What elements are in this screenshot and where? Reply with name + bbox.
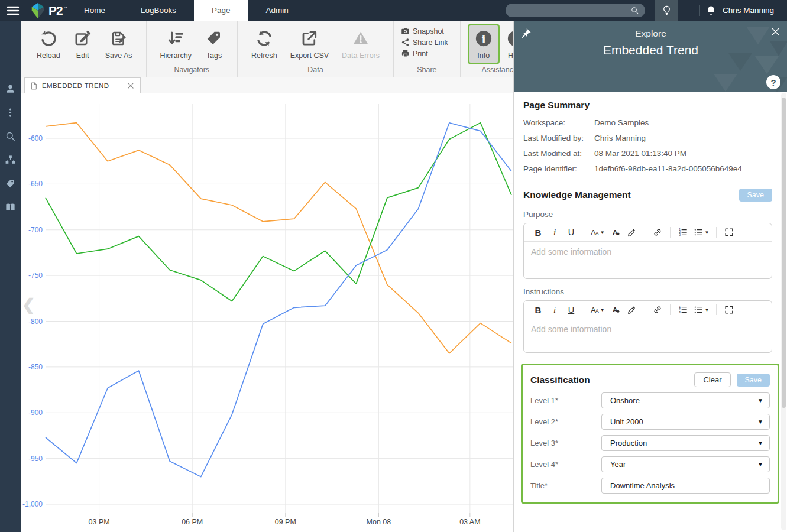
link-button[interactable] bbox=[652, 226, 663, 238]
underline-button[interactable]: U bbox=[565, 226, 577, 238]
hamburger-menu-icon[interactable] bbox=[6, 4, 20, 18]
panel-help-button[interactable]: ? bbox=[766, 75, 780, 89]
summary-value: 08 Mar 2021 01:13:40 PM bbox=[594, 149, 772, 158]
user-icon bbox=[5, 83, 16, 95]
level4-select[interactable]: Year ▼ bbox=[601, 456, 770, 472]
search-icon[interactable] bbox=[630, 6, 639, 15]
data-errors-label: Data Errors bbox=[342, 51, 380, 60]
sidebar-item-hierarchy-nav[interactable] bbox=[0, 148, 21, 171]
chevron-down-icon: ▼ bbox=[757, 461, 763, 468]
svg-text:3: 3 bbox=[679, 311, 681, 314]
instructions-editor-input[interactable]: Add some information bbox=[524, 319, 772, 352]
level2-value: Unit 2000 bbox=[610, 417, 757, 426]
nav-page[interactable]: Page bbox=[194, 0, 248, 21]
level2-select[interactable]: Unit 2000 ▼ bbox=[601, 414, 770, 430]
bold-button[interactable]: B bbox=[532, 226, 544, 238]
save-as-button[interactable]: Save As bbox=[101, 25, 137, 63]
nav-home[interactable]: Home bbox=[66, 0, 123, 21]
tags-button[interactable]: Tags bbox=[200, 25, 228, 63]
y-axis-tick-label: -700 bbox=[28, 226, 43, 234]
top-navigation-bar: P2 ™ Home LogBooks Page Admin Chris Mann… bbox=[0, 0, 787, 21]
title-input[interactable]: Downtime Analysis bbox=[601, 478, 770, 494]
font-size-button[interactable]: AA▼ bbox=[591, 304, 605, 316]
share-link-icon bbox=[401, 38, 410, 47]
fullscreen-button[interactable] bbox=[723, 226, 735, 238]
classification-clear-button[interactable]: Clear bbox=[694, 372, 730, 387]
level3-select[interactable]: Production ▼ bbox=[601, 435, 770, 451]
sidebar-item-logbook[interactable] bbox=[0, 195, 21, 219]
print-icon bbox=[401, 49, 410, 58]
classification-row-level1: Level 1* Onshore ▼ bbox=[530, 392, 770, 408]
font-size-button[interactable]: AA▼ bbox=[591, 226, 605, 238]
summary-row-modified-at: Last Modified at: 08 Mar 2021 01:13:40 P… bbox=[523, 149, 772, 158]
fullscreen-button[interactable] bbox=[723, 304, 735, 316]
highlighter-button[interactable] bbox=[626, 226, 638, 238]
info-button[interactable]: i Info bbox=[469, 25, 498, 63]
y-axis-tick-label: -600 bbox=[28, 134, 43, 142]
unordered-list-button[interactable]: ▼ bbox=[694, 226, 710, 238]
toolbar-separator bbox=[645, 227, 645, 238]
p2-diamond-icon bbox=[30, 2, 47, 20]
nav-admin[interactable]: Admin bbox=[248, 0, 306, 21]
italic-button[interactable]: i bbox=[549, 304, 561, 316]
print-button[interactable]: Print bbox=[401, 49, 448, 58]
summary-value: Demo Samples bbox=[594, 118, 772, 127]
highlighter-button[interactable] bbox=[626, 304, 638, 316]
collapse-panel-chevron-icon[interactable]: ❮ bbox=[22, 297, 35, 313]
info-label: Info bbox=[477, 51, 490, 60]
left-icon-sidebar bbox=[0, 21, 21, 532]
sidebar-item-user[interactable] bbox=[0, 77, 21, 100]
ordered-list-button[interactable]: 123 bbox=[677, 304, 689, 316]
ordered-list-button[interactable]: 123 bbox=[677, 226, 689, 238]
notifications-bell-icon[interactable] bbox=[705, 5, 717, 16]
summary-row-page-identifier: Page Identifier: 1defb6f6-98db-ea11-8a2d… bbox=[523, 164, 772, 173]
level1-label: Level 1* bbox=[530, 396, 601, 405]
refresh-label: Refresh bbox=[251, 51, 277, 60]
bold-button[interactable]: B bbox=[532, 304, 544, 316]
purpose-editor-input[interactable]: Add some information bbox=[524, 242, 772, 278]
toolbar-group-data: Refresh Export CSV Data Errors Data bbox=[238, 21, 394, 77]
section-divider bbox=[523, 180, 772, 180]
sidebar-item-kebab-menu[interactable] bbox=[0, 100, 21, 124]
classification-save-button[interactable]: Save bbox=[737, 374, 770, 387]
panel-title: Embedded Trend bbox=[514, 43, 787, 57]
panel-scrollbar[interactable] bbox=[781, 93, 786, 530]
edit-button[interactable]: Edit bbox=[69, 25, 97, 63]
underline-button[interactable]: U bbox=[565, 304, 577, 316]
y-axis-tick-label: -900 bbox=[28, 408, 43, 417]
sidebar-item-search[interactable] bbox=[0, 124, 21, 148]
series-green-line bbox=[46, 123, 511, 301]
export-csv-button[interactable]: Export CSV bbox=[286, 25, 333, 63]
classification-row-title: Title* Downtime Analysis bbox=[530, 478, 770, 494]
info-icon: i bbox=[474, 29, 493, 48]
knowledge-management-header: Knowledge Management Save bbox=[523, 189, 772, 202]
reload-button[interactable]: Reload bbox=[32, 25, 65, 63]
font-color-button[interactable]: A bbox=[610, 226, 621, 238]
level1-select[interactable]: Onshore ▼ bbox=[601, 392, 770, 408]
export-csv-icon bbox=[300, 29, 319, 48]
ideas-button[interactable] bbox=[655, 0, 678, 21]
tab-embedded-trend[interactable]: EMBEDDED TREND bbox=[24, 77, 141, 93]
italic-button[interactable]: i bbox=[549, 226, 561, 238]
sidebar-item-tag[interactable] bbox=[0, 171, 21, 195]
snapshot-button[interactable]: Snapshot bbox=[401, 27, 448, 35]
document-icon bbox=[30, 82, 38, 90]
knowledge-save-button[interactable]: Save bbox=[739, 189, 773, 202]
reload-label: Reload bbox=[37, 51, 60, 60]
tab-close-icon[interactable] bbox=[127, 82, 135, 90]
search-input[interactable] bbox=[506, 7, 630, 15]
hierarchy-button[interactable]: Hierarchy bbox=[156, 25, 197, 63]
user-menu[interactable]: Chris Manning bbox=[723, 6, 774, 15]
classification-row-level2: Level 2* Unit 2000 ▼ bbox=[530, 414, 770, 430]
data-errors-button: Data Errors bbox=[337, 25, 384, 63]
link-button[interactable] bbox=[652, 304, 663, 316]
font-color-button[interactable]: A bbox=[610, 304, 621, 316]
main-nav: Home LogBooks Page Admin bbox=[66, 0, 306, 21]
snapshot-camera-icon bbox=[401, 27, 410, 35]
share-link-button[interactable]: Share Link bbox=[401, 38, 448, 47]
nav-logbooks[interactable]: LogBooks bbox=[123, 0, 194, 21]
unordered-list-button[interactable]: ▼ bbox=[694, 304, 710, 316]
panel-scrollbar-thumb[interactable] bbox=[782, 98, 786, 408]
data-group-label: Data bbox=[238, 66, 393, 74]
refresh-button[interactable]: Refresh bbox=[247, 25, 282, 63]
